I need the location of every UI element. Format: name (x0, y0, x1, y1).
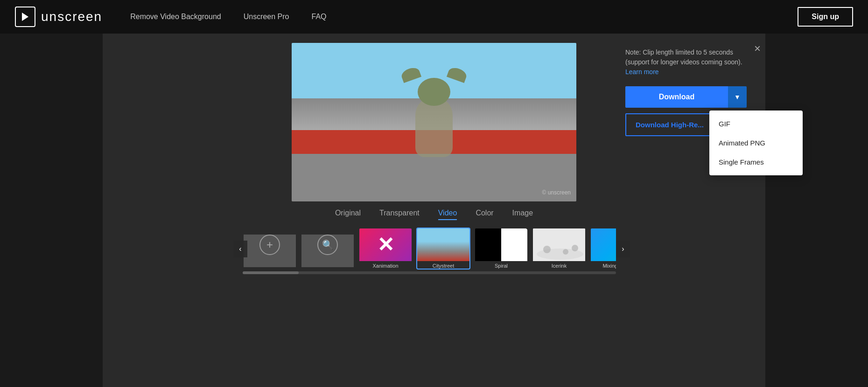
thumb-spiral-bg (475, 228, 527, 261)
spiral-visual (475, 228, 527, 261)
download-group: Download ▼ GIF Animated PNG Single Frame… (625, 86, 747, 108)
thumbnail-spiral[interactable]: Spiral (474, 228, 528, 270)
dropdown-item-single-frames[interactable]: Single Frames (709, 152, 803, 172)
thumb-citystreet-bg (417, 228, 469, 261)
search-circle: 🔍 (317, 235, 338, 255)
dropdown-item-animated-png[interactable]: Animated PNG (709, 133, 803, 152)
thumb-icerink-bg (533, 228, 585, 261)
tab-video[interactable]: Video (438, 209, 457, 220)
svg-point-5 (572, 245, 578, 251)
thumb-mixingcolors-label: Mixingcolors (591, 263, 616, 269)
logo-area: unscreen (15, 7, 102, 27)
x-mark: ✕ (359, 228, 412, 261)
thumb-citystreet-label: Citystreet (417, 263, 469, 269)
figure-head (418, 78, 450, 106)
play-icon (20, 11, 31, 22)
tab-transparent[interactable]: Transparent (379, 209, 420, 220)
main-content: × © unscreen Original Transparent Video … (103, 34, 765, 387)
thumbnail-xanimation[interactable]: ✕ Xanimation (358, 228, 413, 270)
thumb-search-label: Search GIF (301, 269, 354, 270)
watermark: © unscreen (542, 189, 571, 196)
download-dropdown-button[interactable]: ▼ (728, 86, 747, 108)
thumbnail-search-gif[interactable]: 🔍 Search GIF (301, 228, 355, 270)
svg-point-3 (543, 246, 551, 253)
nav-remove-bg[interactable]: Remove Video Background (130, 13, 221, 21)
dropdown-item-gif[interactable]: GIF (709, 114, 803, 133)
thumbnail-select-file[interactable]: + Select File (243, 228, 297, 270)
svg-point-4 (563, 249, 568, 255)
scrollbar-handle (243, 271, 299, 274)
signup-button[interactable]: Sign up (798, 7, 853, 27)
video-container: © unscreen (292, 43, 576, 201)
tab-image[interactable]: Image (512, 209, 533, 220)
svg-marker-0 (22, 13, 28, 21)
thumb-xanimation-label: Xanimation (359, 263, 412, 269)
thumb-mixingcolors-bg (591, 228, 616, 261)
figure (415, 97, 453, 157)
note-text: Note: Clip length limited to 5 seconds (… (625, 48, 747, 77)
thumbnails-scrollbar[interactable] (243, 271, 616, 274)
learn-more-link[interactable]: Learn more (625, 68, 659, 76)
thumbnails-scroll: + Select File 🔍 Search GIF ✕ Xanimation (243, 228, 616, 270)
thumbnail-mixingcolors[interactable]: Mixingcolors (590, 228, 616, 270)
logo-text: unscreen (41, 9, 102, 24)
thumb-select-bg: + (244, 235, 296, 267)
tab-original[interactable]: Original (335, 209, 361, 220)
video-scene (292, 43, 576, 201)
nav-faq[interactable]: FAQ (312, 13, 327, 21)
tabs-row: Original Transparent Video Color Image (335, 209, 533, 220)
icerink-svg (533, 228, 586, 261)
close-button[interactable]: × (754, 43, 761, 54)
dropdown-arrow-icon: ▼ (734, 93, 741, 101)
nav-links: Remove Video Background Unscreen Pro FAQ (130, 13, 798, 21)
download-button[interactable]: Download (625, 86, 728, 108)
logo-icon (15, 7, 35, 27)
thumb-icerink-label: Icerink (533, 263, 585, 269)
right-panel: Note: Clip length limited to 5 seconds (… (625, 48, 747, 136)
nav-pro[interactable]: Unscreen Pro (244, 13, 289, 21)
thumbnail-citystreet[interactable]: Citystreet (416, 228, 470, 270)
thumb-xanimation-bg: ✕ (359, 228, 412, 261)
thumb-spiral-label: Spiral (475, 263, 527, 269)
tab-color[interactable]: Color (476, 209, 493, 220)
figure-ear-right (447, 66, 468, 83)
scroll-right-button[interactable]: › (616, 241, 630, 257)
thumbnails-wrapper: ‹ + Select File 🔍 Search GIF ✕ (243, 228, 625, 274)
thumbnail-icerink[interactable]: Icerink (532, 228, 586, 270)
thumb-search-bg: 🔍 (301, 235, 354, 267)
scroll-left-button[interactable]: ‹ (233, 241, 247, 257)
navbar: unscreen Remove Video Background Unscree… (0, 0, 868, 34)
plus-circle: + (259, 235, 280, 255)
thumb-select-label: Select File (244, 269, 296, 270)
dropdown-menu: GIF Animated PNG Single Frames (709, 111, 803, 175)
figure-ear-left (400, 66, 421, 83)
